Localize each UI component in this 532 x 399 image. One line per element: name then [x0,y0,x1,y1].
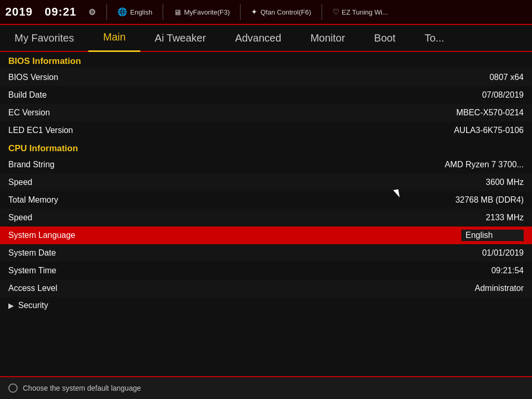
nav-advanced[interactable]: Advanced [220,25,296,51]
nav-ai-tweaker[interactable]: Ai Tweaker [140,25,221,51]
system-time-value: 09:21:54 [420,266,524,275]
system-language-value: English [461,230,524,241]
cpu-speed-row: Speed 3600 MHz [0,174,532,191]
top-bar: 2019 09:21 ⚙ 🌐 English 🖥 MyFavorite(F3) … [0,0,532,25]
system-date-label: System Date [8,248,420,258]
qfan-icon: ✦ [251,7,258,17]
qfan-label: Qfan Control(F6) [260,8,311,16]
time-text: 09:21 [45,5,76,19]
access-level-label: Access Level [8,284,420,293]
bios-version-value: 0807 x64 [420,73,524,82]
eztuning-icon: ♡ [332,7,339,17]
main-content: BIOS Information BIOS Version 0807 x64 B… [0,52,532,376]
total-memory-value: 32768 MB (DDR4) [420,195,524,205]
total-memory-label: Total Memory [8,195,420,205]
globe-icon: 🌐 [117,7,127,17]
nav-tool-label: To... [424,32,444,44]
nav-boot[interactable]: Boot [360,25,410,51]
nav-my-favorites-label: My Favorites [15,32,74,44]
system-date-row: System Date 01/01/2019 [0,244,532,262]
system-time-row: System Time 09:21:54 [0,262,532,280]
top-menu-myfavorite[interactable]: 🖥 MyFavorite(F3) [174,8,230,17]
datetime-display: 2019 09:21 ⚙ [5,5,96,19]
ec-version-row: EC Version MBEC-X570-0214 [0,104,532,122]
led-ec1-version-row: LED EC1 Version AULA3-6K75-0106 [0,122,532,139]
memory-speed-label: Speed [8,213,420,222]
hint-text: Choose the system default language [23,384,141,392]
bios-section-header: BIOS Information [0,52,532,69]
ec-version-value: MBEC-X570-0214 [420,108,524,117]
security-label: Security [18,301,48,310]
bios-version-label: BIOS Version [8,73,420,82]
build-date-row: Build Date 07/08/2019 [0,86,532,104]
bios-version-row: BIOS Version 0807 x64 [0,69,532,86]
nav-monitor-label: Monitor [310,32,345,44]
nav-ai-tweaker-label: Ai Tweaker [155,32,206,44]
divider-3 [240,4,241,20]
memory-speed-row: Speed 2133 MHz [0,209,532,227]
security-row[interactable]: ▶ Security [0,297,532,314]
brand-string-row: Brand String AMD Ryzen 7 3700... [0,156,532,174]
access-level-value: Administrator [420,284,524,293]
system-language-label: System Language [8,231,461,240]
brand-string-label: Brand String [8,160,420,169]
myfavorite-label: MyFavorite(F3) [184,8,230,16]
eztuning-label: EZ Tuning Wi... [342,8,388,16]
ec-version-label: EC Version [8,108,420,117]
nav-tool[interactable]: To... [410,25,459,51]
cpu-speed-label: Speed [8,178,420,187]
led-ec1-version-label: LED EC1 Version [8,126,420,135]
date-text: 2019 [5,5,33,19]
divider-1 [107,4,107,20]
cpu-speed-value: 3600 MHz [420,178,524,187]
total-memory-row: Total Memory 32768 MB (DDR4) [0,191,532,209]
access-level-row: Access Level Administrator [0,280,532,297]
navbar: My Favorites Main Ai Tweaker Advanced Mo… [0,25,532,52]
top-menu-language[interactable]: 🌐 English [117,7,152,17]
nav-advanced-label: Advanced [235,32,281,44]
top-menu-eztuning[interactable]: ♡ EZ Tuning Wi... [332,7,388,17]
circle-icon [8,383,18,393]
nav-my-favorites[interactable]: My Favorites [0,25,88,51]
brand-string-value: AMD Ryzen 7 3700... [420,160,524,169]
security-arrow-icon: ▶ [8,301,14,310]
cpu-section-header: CPU Information [0,139,532,156]
nav-main[interactable]: Main [88,24,140,52]
build-date-value: 07/08/2019 [420,90,524,100]
nav-monitor[interactable]: Monitor [296,25,360,51]
bottom-bar: Choose the system default language [0,376,532,399]
nav-main-label: Main [103,31,125,43]
build-date-label: Build Date [8,90,420,100]
nav-boot-label: Boot [374,32,395,44]
system-date-value: 01/01/2019 [420,248,524,258]
system-time-label: System Time [8,266,420,275]
led-ec1-version-value: AULA3-6K75-0106 [420,126,524,135]
system-language-row[interactable]: System Language English [0,227,532,244]
divider-2 [163,4,163,20]
gear-icon[interactable]: ⚙ [88,7,96,17]
divider-4 [322,4,322,20]
memory-speed-value: 2133 MHz [420,213,524,222]
language-label: English [130,8,152,16]
myfavorite-icon: 🖥 [174,8,181,17]
top-menu-qfan[interactable]: ✦ Qfan Control(F6) [251,7,311,17]
